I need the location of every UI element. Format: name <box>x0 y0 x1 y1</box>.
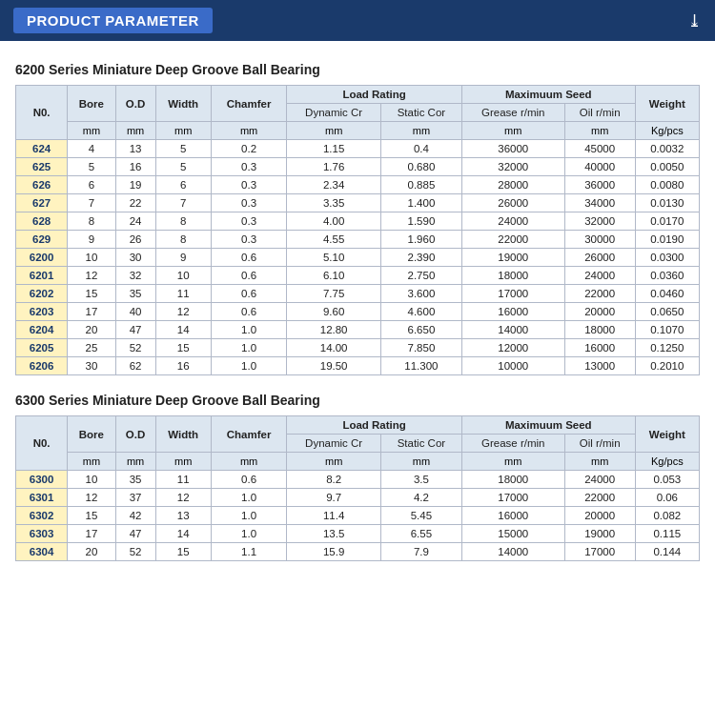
cell-od: 47 <box>115 321 155 339</box>
table-row: 63042052151.115.97.914000170000.144 <box>16 543 700 561</box>
cell-static: 6.55 <box>380 525 461 543</box>
cell-od: 47 <box>115 525 155 543</box>
unit-oil: mm <box>564 122 635 140</box>
cell-width: 14 <box>155 525 211 543</box>
cell-bore: 5 <box>68 158 115 176</box>
header-bar: PRODUCT PARAMETER ⤓ <box>0 0 715 41</box>
unit-od-2: mm <box>115 453 155 471</box>
cell-weight: 0.0170 <box>635 212 699 231</box>
cell-no: 6202 <box>16 285 68 303</box>
cell-chamfer: 0.6 <box>211 267 286 285</box>
cell-chamfer: 1.0 <box>211 321 286 339</box>
cell-chamfer: 1.1 <box>211 543 286 561</box>
cell-chamfer: 0.3 <box>211 212 286 231</box>
cell-od: 52 <box>115 339 155 357</box>
cell-oil: 13000 <box>564 357 635 375</box>
cell-bore: 25 <box>68 339 115 357</box>
cell-width: 8 <box>155 212 211 231</box>
cell-static: 6.650 <box>380 321 461 339</box>
col-no: N0. <box>16 86 68 140</box>
col-bore-2: Bore <box>68 416 115 453</box>
table-row: 62661960.32.340.88528000360000.0080 <box>16 176 700 194</box>
col-oil: Oil r/min <box>564 104 635 122</box>
table-row: 6200103090.65.102.39019000260000.0300 <box>16 249 700 267</box>
cell-width: 16 <box>155 357 211 375</box>
cell-chamfer: 0.6 <box>211 285 286 303</box>
cell-chamfer: 0.3 <box>211 158 286 176</box>
col-load-rating-2: Load Rating <box>287 416 462 435</box>
section1-title: 6200 Series Miniature Deep Groove Ball B… <box>15 62 700 77</box>
unit-dynamic-2: mm <box>287 453 381 471</box>
cell-grease: 24000 <box>461 212 564 231</box>
unit-weight-2: Kg/pcs <box>635 453 699 471</box>
cell-grease: 12000 <box>461 339 564 357</box>
cell-weight: 0.2010 <box>635 357 699 375</box>
cell-width: 12 <box>155 303 211 321</box>
unit-width: mm <box>155 122 211 140</box>
table-row: 62011232100.66.102.75018000240000.0360 <box>16 267 700 285</box>
cell-dynamic: 13.5 <box>287 525 381 543</box>
cell-bore: 6 <box>68 176 115 194</box>
cell-od: 26 <box>115 231 155 249</box>
cell-no: 625 <box>16 158 68 176</box>
col-load-rating: Load Rating <box>287 86 462 104</box>
cell-oil: 45000 <box>564 140 635 158</box>
cell-od: 24 <box>115 212 155 231</box>
table-row: 63001035110.68.23.518000240000.053 <box>16 471 700 489</box>
cell-oil: 18000 <box>564 321 635 339</box>
cell-no: 6304 <box>16 543 68 561</box>
cell-bore: 4 <box>68 140 115 158</box>
cell-grease: 28000 <box>461 176 564 194</box>
col-width-2: Width <box>155 416 211 453</box>
cell-grease: 26000 <box>461 194 564 212</box>
cell-bore: 10 <box>68 249 115 267</box>
cell-no: 6201 <box>16 267 68 285</box>
cell-bore: 15 <box>68 507 115 525</box>
cell-od: 30 <box>115 249 155 267</box>
cell-oil: 36000 <box>564 176 635 194</box>
cell-weight: 0.0650 <box>635 303 699 321</box>
cell-oil: 24000 <box>564 471 635 489</box>
cell-dynamic: 9.60 <box>287 303 381 321</box>
cell-dynamic: 4.00 <box>287 212 381 231</box>
col-dynamic: Dynamic Cr <box>287 104 381 122</box>
unit-chamfer-2: mm <box>211 453 286 471</box>
table-row: 62551650.31.760.68032000400000.0050 <box>16 158 700 176</box>
cell-no: 626 <box>16 176 68 194</box>
cell-chamfer: 1.0 <box>211 507 286 525</box>
cell-dynamic: 11.4 <box>287 507 381 525</box>
cell-oil: 40000 <box>564 158 635 176</box>
chevron-down-icon[interactable]: ⤓ <box>687 10 702 31</box>
cell-weight: 0.0032 <box>635 140 699 158</box>
cell-weight: 0.053 <box>635 471 699 489</box>
cell-width: 15 <box>155 543 211 561</box>
cell-od: 62 <box>115 357 155 375</box>
cell-no: 6300 <box>16 471 68 489</box>
col-od: O.D <box>115 86 155 122</box>
cell-dynamic: 5.10 <box>287 249 381 267</box>
cell-od: 19 <box>115 176 155 194</box>
cell-oil: 19000 <box>564 525 635 543</box>
table-6200: N0. Bore O.D Width Chamfer Load Rating M… <box>15 85 700 375</box>
col-static: Static Cor <box>380 104 461 122</box>
cell-bore: 15 <box>68 285 115 303</box>
cell-grease: 18000 <box>461 267 564 285</box>
cell-chamfer: 1.0 <box>211 357 286 375</box>
cell-weight: 0.06 <box>635 489 699 507</box>
cell-no: 6301 <box>16 489 68 507</box>
col-static-2: Static Cor <box>380 435 461 453</box>
cell-width: 5 <box>155 158 211 176</box>
cell-dynamic: 2.34 <box>287 176 381 194</box>
cell-grease: 16000 <box>461 507 564 525</box>
cell-static: 0.4 <box>380 140 461 158</box>
cell-weight: 0.0460 <box>635 285 699 303</box>
cell-no: 628 <box>16 212 68 231</box>
cell-width: 10 <box>155 267 211 285</box>
cell-od: 35 <box>115 471 155 489</box>
cell-no: 6204 <box>16 321 68 339</box>
cell-static: 0.680 <box>380 158 461 176</box>
cell-static: 2.750 <box>380 267 461 285</box>
table-row: 62992680.34.551.96022000300000.0190 <box>16 231 700 249</box>
cell-grease: 32000 <box>461 158 564 176</box>
cell-static: 7.9 <box>380 543 461 561</box>
